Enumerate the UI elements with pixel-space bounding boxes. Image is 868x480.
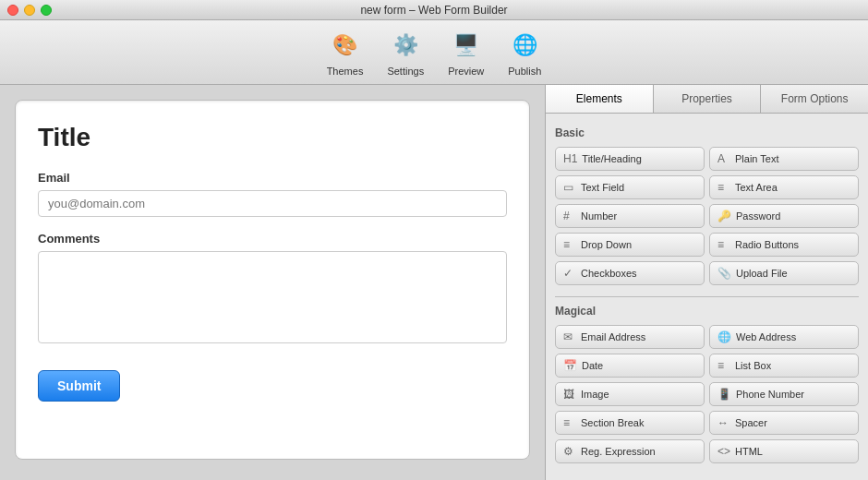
main-area: Title Email Comments Submit Elements Pro… (0, 85, 868, 480)
elements-panel: Basic H1 Title/Heading A Plain Text ▭ Te… (546, 114, 868, 480)
maximize-button[interactable] (41, 5, 52, 16)
elem-spacer[interactable]: ↔ Spacer (709, 411, 859, 435)
phone-number-icon: 📱 (717, 388, 731, 401)
email-label: Email (38, 171, 507, 185)
right-panel: Elements Properties Form Options Basic H… (545, 85, 868, 480)
elem-section-break[interactable]: ≡ Section Break (555, 411, 705, 435)
preview-label: Preview (448, 66, 484, 77)
upload-file-icon: 📎 (717, 267, 731, 280)
elem-plain-text[interactable]: A Plain Text (709, 147, 859, 171)
elem-drop-down[interactable]: ≡ Drop Down (555, 233, 705, 257)
settings-button[interactable]: ⚙️ Settings (380, 25, 431, 80)
basic-elements-grid: H1 Title/Heading A Plain Text ▭ Text Fie… (555, 147, 859, 285)
drop-down-icon: ≡ (563, 238, 576, 251)
elem-date[interactable]: 📅 Date (555, 354, 705, 378)
magical-elements-grid: ✉ Email Address 🌐 Web Address 📅 Date ≡ L… (555, 325, 859, 463)
email-address-icon: ✉ (563, 330, 576, 343)
title-heading-icon: H1 (563, 152, 577, 165)
toolbar: 🎨 Themes ⚙️ Settings 🖥️ Preview 🌐 Publis… (0, 20, 868, 85)
titlebar: new form – Web Form Builder (0, 0, 868, 20)
list-box-icon: ≡ (717, 359, 730, 372)
minimize-button[interactable] (24, 5, 35, 16)
elem-title-heading[interactable]: H1 Title/Heading (555, 147, 705, 171)
elem-image[interactable]: 🖼 Image (555, 382, 705, 406)
panel-tabs: Elements Properties Form Options (546, 85, 868, 114)
plain-text-icon: A (717, 152, 730, 165)
text-area-icon: ≡ (717, 181, 730, 194)
comments-textarea[interactable] (38, 251, 507, 343)
magical-section-label: Magical (555, 305, 859, 318)
email-input[interactable] (38, 190, 507, 217)
elem-password[interactable]: 🔑 Password (709, 204, 859, 228)
checkboxes-icon: ✓ (563, 267, 576, 280)
comments-field-group: Comments (38, 232, 507, 346)
tab-properties[interactable]: Properties (654, 85, 762, 113)
themes-label: Themes (327, 66, 364, 77)
image-icon: 🖼 (563, 388, 576, 401)
date-icon: 📅 (563, 359, 577, 372)
tab-elements[interactable]: Elements (546, 85, 654, 113)
number-icon: # (563, 210, 576, 222)
reg-expression-icon: ⚙ (563, 445, 576, 458)
elem-email-address[interactable]: ✉ Email Address (555, 325, 705, 349)
preview-button[interactable]: 🖥️ Preview (440, 25, 491, 80)
elem-text-area[interactable]: ≡ Text Area (709, 175, 859, 199)
spacer-icon: ↔ (717, 416, 730, 429)
submit-button[interactable]: Submit (38, 370, 120, 402)
settings-label: Settings (387, 66, 424, 77)
elem-web-address[interactable]: 🌐 Web Address (709, 325, 859, 349)
web-address-icon: 🌐 (717, 330, 731, 343)
section-divider (555, 296, 859, 297)
elem-upload-file[interactable]: 📎 Upload File (709, 261, 859, 285)
publish-icon: 🌐 (508, 29, 541, 62)
form-canvas: Title Email Comments Submit (15, 100, 530, 460)
form-title: Title (38, 123, 507, 152)
password-icon: 🔑 (717, 210, 731, 222)
elem-list-box[interactable]: ≡ List Box (709, 354, 859, 378)
elem-radio-buttons[interactable]: ≡ Radio Buttons (709, 233, 859, 257)
text-field-icon: ▭ (563, 181, 576, 194)
preview-icon: 🖥️ (450, 29, 483, 62)
publish-label: Publish (508, 66, 541, 77)
radio-buttons-icon: ≡ (717, 238, 730, 251)
themes-button[interactable]: 🎨 Themes (319, 25, 371, 80)
html-icon: <> (717, 445, 730, 458)
canvas-area: Title Email Comments Submit (0, 85, 545, 480)
elem-number[interactable]: # Number (555, 204, 705, 228)
elem-reg-expression[interactable]: ⚙ Reg. Expression (555, 439, 705, 463)
tab-form-options[interactable]: Form Options (761, 85, 868, 113)
settings-icon: ⚙️ (389, 29, 422, 62)
window-title: new form – Web Form Builder (360, 4, 507, 17)
email-field-group: Email (38, 171, 507, 217)
elem-checkboxes[interactable]: ✓ Checkboxes (555, 261, 705, 285)
section-break-icon: ≡ (563, 416, 576, 429)
themes-icon: 🎨 (329, 29, 362, 62)
elem-text-field[interactable]: ▭ Text Field (555, 175, 705, 199)
close-button[interactable] (7, 5, 18, 16)
publish-button[interactable]: 🌐 Publish (500, 25, 549, 80)
basic-section-label: Basic (555, 126, 859, 139)
traffic-lights (7, 5, 52, 16)
elem-phone-number[interactable]: 📱 Phone Number (709, 382, 859, 406)
elem-html[interactable]: <> HTML (709, 439, 859, 463)
comments-label: Comments (38, 232, 507, 246)
